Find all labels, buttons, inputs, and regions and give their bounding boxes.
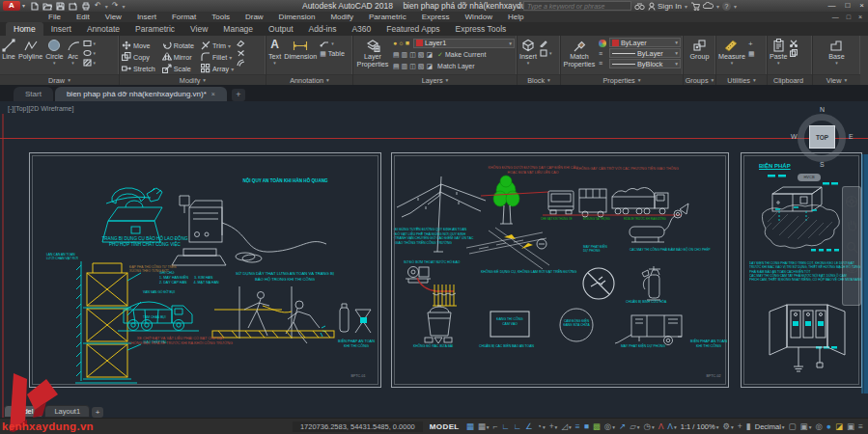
fullscreen-icon[interactable]: ▣ (847, 422, 854, 431)
menu-item[interactable]: Edit (69, 12, 98, 22)
new-drawing-tab-button[interactable]: + (232, 89, 245, 101)
polyline-tool[interactable]: Polyline (18, 38, 42, 61)
ribbon-tab[interactable]: A360 (344, 22, 378, 36)
utilities-panel-footer[interactable]: Utilities (716, 74, 767, 85)
tab-start[interactable]: Start (14, 87, 53, 101)
arc-tool[interactable]: Arc (67, 38, 80, 65)
tab-close-icon[interactable]: × (211, 91, 215, 97)
menu-item[interactable]: Format (164, 12, 204, 22)
model-space-button[interactable]: MODEL (430, 422, 460, 431)
undo-caret-icon[interactable]: ▾ (105, 3, 108, 10)
table-tool[interactable]: ▦Table (320, 49, 347, 58)
tab-drawing[interactable]: bien phap phá dỡ nhà(kenhxaydung.vn)* × (55, 87, 227, 101)
leader-tool[interactable] (320, 40, 347, 47)
viewcube[interactable]: N W E S TOP (790, 107, 855, 171)
viewport-controls[interactable]: [-][Top][2D Wireframe] (8, 105, 73, 112)
copy-clip-tool[interactable] (790, 49, 799, 57)
3d-object-snap-icon[interactable]: ◎ (604, 422, 615, 431)
customize-icon[interactable]: ≡ (858, 422, 863, 431)
linetype-list-icon[interactable]: ≡ (599, 50, 606, 57)
units-button[interactable]: Decimal (755, 422, 785, 431)
menu-item[interactable]: Help (500, 12, 531, 22)
ribbon-tab[interactable]: Manage (215, 22, 261, 36)
selection-cycling-icon[interactable]: ▩ (593, 422, 601, 431)
drawing-canvas[interactable]: [-][Top][2D Wireframe] .wh{stroke:#ccd3d… (0, 101, 868, 418)
layer-tool-icons-row2[interactable]: ▤▥◫▧◪ (393, 63, 434, 70)
lineweight-list-icon[interactable]: ≡ (599, 60, 606, 67)
undo-icon[interactable]: ↶ (95, 1, 101, 11)
object-snap-tracking-icon[interactable]: + (549, 422, 558, 431)
lineweight-select[interactable]: ByLayer (609, 48, 681, 58)
search-binoculars-icon[interactable] (634, 2, 645, 11)
menu-item[interactable]: Insert (129, 12, 164, 22)
block-attributes-tool[interactable] (540, 49, 552, 57)
match-properties-button[interactable]: Match Properties (563, 38, 596, 69)
compass-east[interactable]: E (849, 133, 854, 140)
compass-north[interactable]: N (820, 106, 825, 113)
insert-block-tool[interactable]: Insert (519, 38, 537, 65)
menu-item[interactable]: File (41, 12, 69, 22)
layer-tool-icons-row1[interactable]: ▤▥◫▧◪ (393, 51, 434, 59)
menu-item[interactable]: Modify (322, 12, 361, 22)
fillet-tool[interactable]: Fillet▾ (201, 52, 234, 62)
clipboard-panel-footer[interactable]: Clipboard (768, 74, 812, 85)
stretch-tool[interactable]: Stretch (122, 64, 155, 73)
copy-tool[interactable]: Copy (122, 52, 155, 62)
id-point-tool[interactable]: + (748, 40, 757, 48)
menu-item[interactable]: Dimension (271, 12, 323, 22)
grid-icon[interactable]: ▦ (466, 422, 474, 431)
zoom-icon[interactable] (846, 241, 858, 254)
doc-close-icon[interactable]: × (858, 12, 862, 22)
cut-tool[interactable] (790, 40, 799, 47)
view-panel-footer[interactable]: View (813, 74, 860, 85)
doc-minimize-icon[interactable]: — (832, 12, 839, 22)
text-tool[interactable]: A Text (268, 38, 281, 65)
viewcube-top-face[interactable]: TOP (809, 125, 835, 149)
menu-item[interactable]: View (98, 12, 129, 22)
menu-item[interactable]: Parametric (361, 12, 414, 22)
menu-item[interactable]: Tools (204, 12, 238, 22)
save-as-icon[interactable] (69, 2, 77, 11)
new-file-icon[interactable] (31, 2, 39, 11)
base-view-tool[interactable]: Base (828, 38, 844, 65)
plot-icon[interactable] (81, 2, 91, 11)
search-input[interactable] (523, 1, 631, 11)
gizmo-icon[interactable]: ◷ (643, 422, 654, 431)
compass-south[interactable]: S (820, 161, 825, 168)
line-tool[interactable]: Line (2, 38, 15, 61)
make-current-button[interactable]: ✓Make Current (437, 51, 486, 59)
save-icon[interactable] (56, 2, 65, 11)
rectangle-tool[interactable] (83, 40, 97, 47)
ribbon-tab[interactable]: Output (261, 22, 301, 36)
transparency-icon[interactable]: ■ (584, 422, 589, 431)
quick-properties-icon[interactable]: ▢ (789, 422, 797, 431)
ortho-icon[interactable]: ∟ (514, 422, 521, 431)
menu-item[interactable]: Express (414, 12, 458, 22)
doc-restore-icon[interactable]: □ (847, 12, 851, 22)
group-tool[interactable]: Group (690, 38, 710, 61)
annotation-scale-button[interactable]: 1:1 / 100% (681, 422, 719, 431)
dynamic-ucs-icon[interactable]: ↗ (619, 422, 626, 431)
navigation-bar[interactable] (842, 186, 861, 306)
offset-tool[interactable] (237, 59, 247, 67)
sign-in-caret-icon[interactable]: ▾ (685, 3, 687, 10)
dimension-tool[interactable]: Dimension (284, 38, 317, 61)
ribbon-tab[interactable]: Insert (43, 22, 79, 36)
linetype-select[interactable]: ByBlock (609, 59, 681, 68)
ribbon-tab[interactable]: Featured Apps (378, 22, 447, 36)
explode-tool[interactable] (237, 49, 247, 57)
scale-tool[interactable]: Scale (162, 64, 194, 73)
infer-constraints-icon[interactable]: ⌐ (492, 422, 497, 431)
store-cart-icon[interactable] (690, 2, 700, 11)
hatch-tool[interactable] (83, 59, 97, 67)
edit-block-tool[interactable] (540, 40, 552, 47)
ellipse-tool[interactable] (83, 49, 97, 57)
steering-wheel-icon[interactable] (845, 195, 858, 208)
isolate-objects-icon[interactable]: ◎ (815, 422, 822, 431)
minimize-button[interactable]: — (827, 0, 835, 12)
layers-panel-footer[interactable]: Layers (353, 74, 517, 85)
pan-hand-icon[interactable] (846, 218, 858, 231)
lineweight-display-icon[interactable]: ≡ (575, 422, 580, 431)
trim-tool[interactable]: Trim▾ (201, 41, 234, 50)
help-caret-icon[interactable]: ▾ (734, 3, 737, 10)
